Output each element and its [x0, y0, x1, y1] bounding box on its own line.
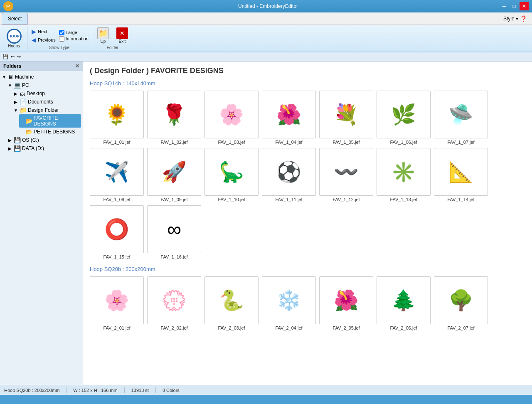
design-thumbnail: ⭕	[90, 205, 144, 253]
design-item[interactable]: 🛸FAV_1_07.jef	[434, 91, 488, 145]
design-label: FAV_1_12.jef	[332, 197, 360, 202]
quick-access-bar: 💾 ↩ ↪	[0, 52, 532, 62]
design-thumbnail: 💮	[147, 276, 201, 324]
folder-group: 📁 Up ✕ Exit Folder	[93, 27, 134, 50]
design-thumbnail: ⚽	[262, 148, 316, 196]
design-item[interactable]: ∞FAV_1_16.jef	[147, 205, 201, 259]
design-thumbnail: 🐍	[204, 276, 259, 324]
design-item[interactable]: 🌿FAV_1_06.jef	[377, 91, 431, 145]
design-item[interactable]: 🌸FAV_2_01.jef	[90, 276, 144, 330]
design-item[interactable]: ✳️FAV_1_13.jef	[377, 148, 431, 202]
status-bar: Hoop SQ20b : 200x200mm W : 152 x H : 166…	[0, 385, 532, 395]
design-thumbnail: 💐	[319, 91, 373, 138]
tree-item-desktop[interactable]: ▶ 🗂 Desktop	[13, 89, 81, 98]
tree-item-design-folder[interactable]: ▼ 📁 Design Folder	[13, 106, 81, 114]
prev-arrow-icon: ◀	[32, 37, 36, 43]
design-label: FAV_1_07.jef	[447, 140, 474, 145]
information-checkbox[interactable]	[59, 36, 64, 42]
design-item[interactable]: 🌹FAV_1_02.jef	[147, 91, 201, 145]
large-checkbox[interactable]	[59, 30, 64, 35]
design-thumbnail: ✈️	[90, 148, 144, 196]
tree-item-machine[interactable]: ▼ 🖥 Machine	[2, 73, 81, 81]
design-thumbnail: 🌺	[319, 276, 373, 324]
status-divider-2	[124, 387, 125, 393]
design-label: FAV_1_04.jef	[275, 140, 302, 145]
tree-item-os-c[interactable]: ▶ 💾 OS (C:)	[7, 136, 81, 144]
design-label: FAV_1_16.jef	[160, 254, 187, 259]
design-thumbnail: 🚀	[147, 148, 201, 196]
sidebar: Folders ✕ ▼ 🖥 Machine ▼ 💻 PC ▶	[0, 62, 83, 385]
next-button[interactable]: ▶ Next	[30, 28, 57, 35]
design-thumbnail: ∞	[147, 205, 201, 253]
design-label: FAV_1_11.jef	[275, 197, 302, 202]
status-size: W : 152 x H : 166 mm	[73, 388, 117, 393]
design-item[interactable]: 🌲FAV_2_06.jef	[377, 276, 431, 330]
design-item[interactable]: 🌳FAV_2_07.jef	[434, 276, 488, 330]
design-label: FAV_1_14.jef	[447, 197, 474, 202]
design-item[interactable]: 💐FAV_1_05.jef	[319, 91, 373, 145]
main-layout: Folders ✕ ▼ 🖥 Machine ▼ 💻 PC ▶	[0, 62, 532, 385]
title-bar: ✂ Untitled - EmbroideryEditor ─ □ ✕	[0, 0, 532, 12]
design-item[interactable]: 💮FAV_2_02.jef	[147, 276, 201, 330]
design-label: FAV_2_06.jef	[390, 325, 417, 330]
expander-machine: ▼	[2, 75, 7, 79]
close-button[interactable]: ✕	[520, 2, 529, 10]
hoops-button[interactable]: HOOP Hoops	[5, 28, 23, 49]
design-label: FAV_2_03.jef	[218, 325, 245, 330]
design-label: FAV_1_03.jef	[218, 140, 245, 145]
design-item[interactable]: 📐FAV_1_14.jef	[434, 148, 488, 202]
hoops-icon: HOOP	[7, 29, 22, 44]
tree-item-data-d[interactable]: ▶ 💾 DATA (D:)	[7, 144, 81, 153]
design-thumbnail: 🦕	[204, 148, 259, 196]
design-item[interactable]: ❄️FAV_2_04.jef	[262, 276, 316, 330]
exit-button[interactable]: ✕ Exit	[114, 27, 131, 44]
style-menu[interactable]: Style ▾ ❓	[503, 15, 530, 22]
sidebar-header: Folders ✕	[0, 62, 83, 71]
status-divider-1	[66, 387, 66, 393]
design-item[interactable]: 🐍FAV_2_03.jef	[204, 276, 259, 330]
design-thumbnail: 🌳	[434, 276, 488, 324]
design-label: FAV_2_01.jef	[103, 325, 130, 330]
sidebar-close-button[interactable]: ✕	[75, 63, 79, 69]
design-item[interactable]: 🌻FAV_1_01.jef	[90, 91, 144, 145]
select-tab[interactable]: Select	[2, 13, 28, 25]
design-label: FAV_1_01.jef	[103, 140, 130, 145]
tree-item-documents[interactable]: ▶ 📄 Documents	[13, 98, 81, 106]
previous-button[interactable]: ◀ Previous	[30, 36, 57, 44]
next-arrow-icon: ▶	[32, 28, 36, 35]
maximize-button[interactable]: □	[510, 2, 519, 10]
design-grid-1: 🌻FAV_1_01.jef🌹FAV_1_02.jef🌸FAV_1_03.jef🌺…	[90, 91, 525, 259]
design-label: FAV_2_04.jef	[275, 325, 302, 330]
design-item[interactable]: 🌺FAV_2_05.jef	[319, 276, 373, 330]
status-divider-3	[155, 387, 156, 393]
tree-item-pc[interactable]: ▼ 💻 PC	[7, 81, 81, 89]
qab-undo-icon[interactable]: ↩	[11, 54, 15, 59]
hoops-group: HOOP Hoops	[2, 27, 27, 50]
design-thumbnail: 🌸	[204, 91, 259, 138]
design-item[interactable]: 🌸FAV_1_03.jef	[204, 91, 259, 145]
design-item[interactable]: ⭕FAV_1_15.jef	[90, 205, 144, 259]
design-label: FAV_1_05.jef	[332, 140, 360, 145]
qab-redo-icon[interactable]: ↪	[17, 54, 21, 59]
minimize-button[interactable]: ─	[500, 2, 509, 10]
tree-item-favorite-designs[interactable]: 📂 FAVORITE DESIGNS	[19, 114, 81, 128]
design-item[interactable]: 🌺FAV_1_04.jef	[262, 91, 316, 145]
design-item[interactable]: 🦕FAV_1_10.jef	[204, 148, 259, 202]
up-button[interactable]: 📁 Up	[95, 27, 111, 44]
menu-bar: Select Style ▾ ❓	[0, 12, 532, 25]
design-item[interactable]: ⚽FAV_1_11.jef	[262, 148, 316, 202]
folder-title: ( Design Folder ) FAVORITE DESIGNS	[90, 67, 525, 75]
design-item[interactable]: 🚀FAV_1_09.jef	[147, 148, 201, 202]
design-thumbnail: 🌹	[147, 91, 201, 138]
design-label: FAV_2_02.jef	[160, 325, 187, 330]
design-item[interactable]: 〰️FAV_1_12.jef	[319, 148, 373, 202]
design-item[interactable]: ✈️FAV_1_08.jef	[90, 148, 144, 202]
status-hoop: Hoop SQ20b : 200x200mm	[4, 388, 59, 393]
design-grid-2: 🌸FAV_2_01.jef💮FAV_2_02.jef🐍FAV_2_03.jef❄…	[90, 276, 525, 330]
design-thumbnail: ❄️	[262, 276, 316, 324]
help-icon: ❓	[520, 15, 527, 22]
tree-item-petite-designs[interactable]: 📂 PETITE DESIGNS	[19, 128, 81, 136]
qab-save-icon[interactable]: 💾	[2, 54, 8, 59]
design-thumbnail: 🌲	[377, 276, 431, 324]
design-thumbnail: 🌺	[262, 91, 316, 138]
